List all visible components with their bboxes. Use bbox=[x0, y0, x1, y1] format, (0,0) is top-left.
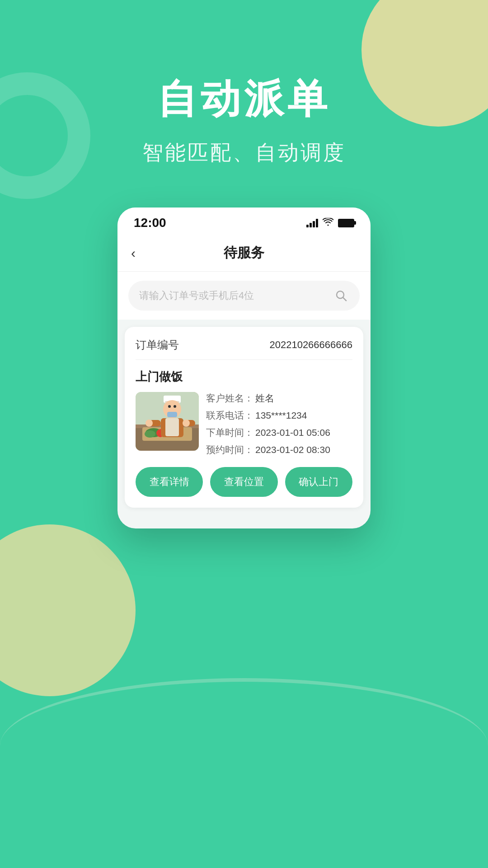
svg-rect-13 bbox=[167, 412, 177, 417]
back-button[interactable]: ‹ bbox=[131, 245, 136, 261]
status-time: 12:00 bbox=[134, 216, 166, 230]
appoint-time-row: 预约时间： 2023-01-02 08:30 bbox=[206, 443, 352, 456]
order-card: 订单编号 202210266666666 上门做饭 bbox=[125, 327, 363, 508]
main-title: 自动派单 bbox=[157, 72, 331, 126]
status-bar: 12:00 bbox=[117, 208, 371, 235]
bg-arc-bottom bbox=[0, 678, 488, 814]
service-detail: 客户姓名： 姓名 联系电话： 135****1234 下单时间： 2023-01… bbox=[136, 392, 352, 456]
appoint-label: 预约时间： bbox=[206, 443, 253, 456]
search-placeholder: 请输入订单号或手机后4位 bbox=[139, 289, 254, 302]
order-time-label: 下单时间： bbox=[206, 426, 253, 439]
svg-point-7 bbox=[145, 430, 155, 438]
svg-line-1 bbox=[343, 297, 346, 301]
customer-name-row: 客户姓名： 姓名 bbox=[206, 392, 352, 405]
search-bar[interactable]: 请输入订单号或手机后4位 bbox=[128, 281, 360, 311]
wifi-icon bbox=[323, 217, 333, 229]
service-info: 客户姓名： 姓名 联系电话： 135****1234 下单时间： 2023-01… bbox=[206, 392, 352, 456]
svg-point-21 bbox=[183, 420, 190, 427]
bg-blob-bottom-left bbox=[0, 524, 136, 696]
svg-point-14 bbox=[168, 405, 171, 408]
phone-label: 联系电话： bbox=[206, 409, 253, 422]
nav-title: 待服务 bbox=[224, 244, 264, 262]
order-number-label: 订单编号 bbox=[136, 338, 179, 352]
order-time-value: 2023-01-01 05:06 bbox=[255, 427, 330, 438]
search-icon[interactable] bbox=[333, 288, 349, 303]
search-container: 请输入订单号或手机后4位 bbox=[117, 272, 371, 320]
service-name: 上门做饭 bbox=[136, 369, 352, 385]
signal-icon bbox=[306, 218, 318, 227]
view-location-button[interactable]: 查看位置 bbox=[210, 467, 277, 497]
svg-point-20 bbox=[145, 420, 153, 427]
service-image bbox=[136, 392, 199, 451]
svg-rect-17 bbox=[165, 418, 179, 436]
phone-value: 135****1234 bbox=[255, 410, 307, 421]
battery-icon bbox=[338, 219, 354, 227]
appoint-value: 2023-01-02 08:30 bbox=[255, 444, 330, 455]
nav-bar: ‹ 待服务 bbox=[117, 235, 371, 272]
customer-label: 客户姓名： bbox=[206, 392, 253, 405]
phone-mockup: 12:00 ‹ 待服务 bbox=[117, 208, 371, 528]
order-number-value: 202210266666666 bbox=[269, 339, 352, 351]
order-time-row: 下单时间： 2023-01-01 05:06 bbox=[206, 426, 352, 439]
sub-title: 智能匹配、自动调度 bbox=[142, 139, 346, 167]
svg-point-15 bbox=[174, 405, 176, 408]
view-detail-button[interactable]: 查看详情 bbox=[136, 467, 203, 497]
status-icons bbox=[306, 217, 354, 229]
confirm-visit-button[interactable]: 确认上门 bbox=[285, 467, 352, 497]
action-buttons: 查看详情 查看位置 确认上门 bbox=[136, 467, 352, 497]
order-number-row: 订单编号 202210266666666 bbox=[136, 338, 352, 360]
phone-row: 联系电话： 135****1234 bbox=[206, 409, 352, 422]
customer-name-value: 姓名 bbox=[255, 392, 274, 405]
